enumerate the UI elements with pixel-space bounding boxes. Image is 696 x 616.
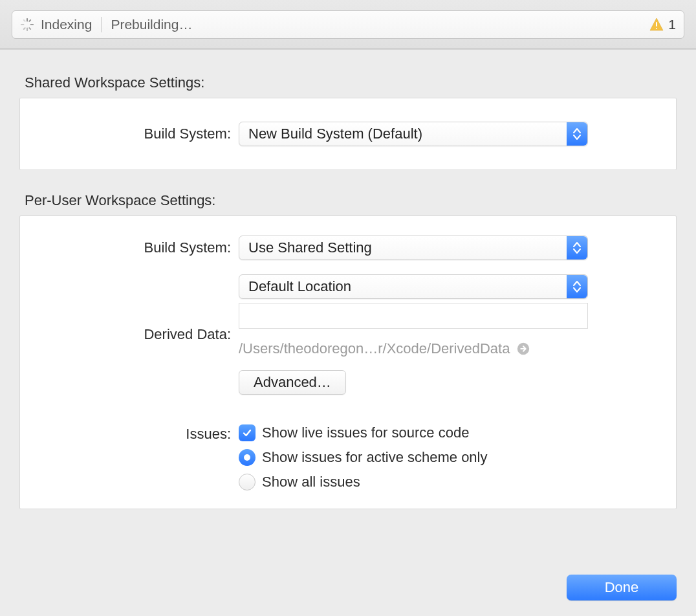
svg-rect-8 — [656, 22, 657, 27]
derived-data-label: Derived Data: — [38, 326, 239, 343]
all-issues-label: Show all issues — [262, 474, 360, 490]
issues-label: Issues: — [38, 424, 239, 443]
advanced-button[interactable]: Advanced… — [239, 370, 346, 395]
svg-rect-9 — [656, 28, 657, 29]
peruser-build-system-value: Use Shared Setting — [248, 239, 372, 256]
svg-line-7 — [24, 19, 25, 21]
derived-data-field[interactable] — [239, 303, 588, 329]
spinner-icon — [20, 17, 34, 32]
goto-arrow-icon[interactable] — [516, 342, 530, 356]
active-scheme-label: Show issues for active scheme only — [262, 449, 488, 466]
warning-icon — [649, 17, 664, 32]
chevron-up-down-icon — [567, 275, 587, 298]
radio-unselected-icon — [239, 474, 256, 490]
derived-data-value: Default Location — [248, 278, 351, 295]
derived-data-popup[interactable]: Default Location — [239, 274, 588, 299]
activity-statusbar: Indexing Prebuilding… 1 — [12, 10, 684, 39]
shared-build-system-popup[interactable]: New Build System (Default) — [239, 122, 588, 146]
done-button[interactable]: Done — [567, 575, 677, 600]
chevron-up-down-icon — [567, 122, 587, 146]
live-issues-label: Show live issues for source code — [262, 424, 469, 441]
active-scheme-radio-row[interactable]: Show issues for active scheme only — [239, 449, 488, 466]
shared-build-system-value: New Build System (Default) — [248, 126, 422, 142]
peruser-panel: Build System: Use Shared Setting Derived… — [19, 215, 677, 509]
top-toolbar: Indexing Prebuilding… 1 — [0, 0, 696, 49]
peruser-build-system-popup[interactable]: Use Shared Setting — [239, 236, 588, 260]
derived-data-path-row: /Users/theodoregon…r/Xcode/DerivedData — [239, 340, 588, 357]
svg-line-1 — [29, 19, 30, 21]
sheet-footer: Done — [567, 575, 677, 600]
workspace-settings-sheet: Shared Workspace Settings: Build System:… — [0, 49, 696, 616]
shared-build-system-label: Build System: — [38, 126, 239, 142]
live-issues-checkbox-row[interactable]: Show live issues for source code — [239, 424, 488, 441]
task-label: Prebuilding… — [111, 17, 192, 32]
all-issues-radio-row[interactable]: Show all issues — [239, 474, 488, 490]
svg-line-5 — [24, 28, 25, 29]
peruser-section-title: Per-User Workspace Settings: — [25, 192, 677, 209]
checkbox-checked-icon — [239, 424, 256, 441]
radio-selected-icon — [239, 449, 256, 466]
advanced-button-label: Advanced… — [254, 374, 331, 390]
status-divider — [101, 17, 102, 32]
peruser-build-system-label: Build System: — [38, 239, 239, 256]
warning-count: 1 — [668, 17, 676, 32]
chevron-up-down-icon — [567, 236, 587, 259]
done-button-label: Done — [605, 579, 639, 595]
svg-line-3 — [29, 28, 30, 29]
shared-section-title: Shared Workspace Settings: — [25, 74, 677, 91]
derived-data-path: /Users/theodoregon…r/Xcode/DerivedData — [239, 340, 510, 357]
shared-panel: Build System: New Build System (Default) — [19, 98, 677, 170]
warning-badge[interactable]: 1 — [649, 17, 676, 32]
indexing-label: Indexing — [41, 17, 92, 32]
